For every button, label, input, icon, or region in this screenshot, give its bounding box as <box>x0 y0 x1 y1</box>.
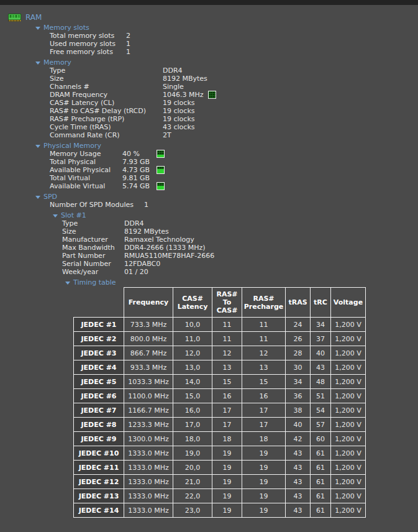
jedec-profile-cell: JEDEC #1 <box>74 318 124 332</box>
column-header: Voltage <box>331 288 366 318</box>
timing-value-cell: 17 <box>242 418 286 432</box>
timing-value-cell: 18 <box>242 432 286 446</box>
timing-value-cell: 1,200 V <box>331 360 366 375</box>
table-row: JEDEC #131333.0 MHz22,0191943611,200 V <box>74 489 366 503</box>
field-value: 19 clocks <box>163 99 208 107</box>
field-row: Total Virtual9.81 GB <box>0 174 418 182</box>
section-header-spd[interactable]: SPD <box>0 192 418 201</box>
section-header-slot-1[interactable]: Slot #1 <box>0 211 418 219</box>
field-row: Available Virtual5.74 GB <box>0 182 418 190</box>
field-value: RMUA5110ME78HAF-2666 <box>124 252 214 260</box>
field-row: Total Physical7.93 GB <box>0 158 418 166</box>
timing-value-cell: 40 <box>286 418 311 432</box>
field-row: TypeDDR4 <box>0 219 418 227</box>
timing-value-cell: 1,200 V <box>331 461 366 475</box>
field-label: DRAM Frequency <box>50 91 163 99</box>
timing-value-cell: 18 <box>212 432 242 446</box>
collapse-arrow-icon <box>35 145 40 148</box>
ram-icon <box>8 14 21 22</box>
jedec-profile-cell: JEDEC #4 <box>74 360 124 375</box>
timing-value-cell: 51 <box>311 389 331 403</box>
field-value: 8192 MBytes <box>124 227 169 236</box>
timing-value-cell: 1,200 V <box>331 489 366 503</box>
jedec-profile-cell: JEDEC #7 <box>74 403 124 418</box>
field-row: Number Of SPD Modules1 <box>0 201 418 209</box>
field-value: Single <box>163 83 208 91</box>
table-corner-cell <box>74 288 124 318</box>
field-value: DDR4 <box>163 66 208 75</box>
field-label: Total memory slots <box>50 32 126 40</box>
timing-value-cell: 30 <box>286 360 311 375</box>
jedec-profile-cell: JEDEC #11 <box>74 461 124 475</box>
section-label: Memory <box>43 58 71 66</box>
field-label: Type <box>50 66 163 75</box>
field-row: ManufacturerRamaxel Technology <box>0 236 418 244</box>
field-value: DDR4 <box>124 219 144 227</box>
timing-value-cell: 61 <box>311 503 331 518</box>
field-value: 7.93 GB <box>122 158 157 166</box>
field-row: Free memory slots1 <box>0 48 418 56</box>
timing-value-cell: 1333.0 MHz <box>124 461 173 475</box>
timing-value-cell: 933.3 MHz <box>124 360 173 375</box>
field-label: Channels # <box>50 83 163 91</box>
field-value: Ramaxel Technology <box>124 236 194 244</box>
jedec-profile-cell: JEDEC #10 <box>74 446 124 461</box>
timing-value-cell: 36 <box>286 389 311 403</box>
usage-icon-fill <box>157 155 164 157</box>
timing-value-cell: 1,200 V <box>331 418 366 432</box>
field-row: Command Rate (CR)2T <box>0 131 418 139</box>
timing-value-cell: 19 <box>212 461 242 475</box>
field-value: 40 % <box>122 150 157 158</box>
usage-icon-fill <box>157 186 164 190</box>
field-label: Part Number <box>62 252 124 260</box>
field-label: Size <box>62 227 124 236</box>
section-header-memory-slots[interactable]: Memory slots <box>0 23 418 32</box>
timing-value-cell: 26 <box>286 332 311 346</box>
field-value: DDR4-2666 (1333 MHz) <box>124 244 206 252</box>
field-label: Manufacturer <box>62 236 124 244</box>
field-value: 43 clocks <box>163 123 208 131</box>
section-label: Physical Memory <box>43 142 101 150</box>
timing-value-cell: 1333.0 MHz <box>124 475 173 489</box>
field-value: 1 <box>144 201 148 209</box>
column-header: RAS# To CAS# <box>212 288 242 318</box>
info-tree: Memory slotsTotal memory slots2Used memo… <box>0 23 418 287</box>
timing-value-cell: 54 <box>311 403 331 418</box>
timing-value-cell: 24 <box>286 318 311 332</box>
field-value: 12FDABC0 <box>124 260 160 268</box>
graph-icon <box>208 91 216 99</box>
field-row: Total memory slots2 <box>0 32 418 40</box>
timing-value-cell: 61 <box>311 461 331 475</box>
timing-value-cell: 11 <box>212 318 242 332</box>
timing-value-cell: 13,0 <box>173 360 212 375</box>
timing-value-cell: 20,0 <box>173 461 212 475</box>
column-header: RAS# Precharge <box>242 288 286 318</box>
field-label: Max Bandwidth <box>62 244 124 252</box>
column-header: tRC <box>311 288 331 318</box>
field-row: RAS# to CAS# Delay (tRCD)19 clocks <box>0 107 418 115</box>
field-value: 1 <box>126 48 130 56</box>
timing-value-cell: 43 <box>286 503 311 518</box>
section-label: Timing table <box>73 278 116 287</box>
jedec-profile-cell: JEDEC #9 <box>74 432 124 446</box>
field-row: Max BandwidthDDR4-2666 (1333 MHz) <box>0 244 418 252</box>
timing-value-cell: 43 <box>311 360 331 375</box>
timing-value-cell: 13 <box>242 360 286 375</box>
section-header-physical-memory[interactable]: Physical Memory <box>0 141 418 150</box>
timing-value-cell: 43 <box>286 446 311 461</box>
timing-value-cell: 1033.3 MHz <box>124 375 173 389</box>
section-header-timing-table[interactable]: Timing table <box>0 278 418 287</box>
timing-value-cell: 1233.3 MHz <box>124 418 173 432</box>
timing-value-cell: 1166.7 MHz <box>124 403 173 418</box>
column-header: CAS# Latency <box>173 288 212 318</box>
page-title-row: RAM <box>8 12 418 22</box>
timing-value-cell: 43 <box>286 461 311 475</box>
timing-value-cell: 12 <box>212 346 242 360</box>
field-label: Total Physical <box>50 158 122 166</box>
section-header-memory[interactable]: Memory <box>0 58 418 66</box>
page-title: RAM <box>25 13 42 22</box>
timing-value-cell: 1,200 V <box>331 389 366 403</box>
collapse-arrow-icon <box>35 196 40 199</box>
timing-value-cell: 17,0 <box>173 418 212 432</box>
timing-value-cell: 1,200 V <box>331 403 366 418</box>
